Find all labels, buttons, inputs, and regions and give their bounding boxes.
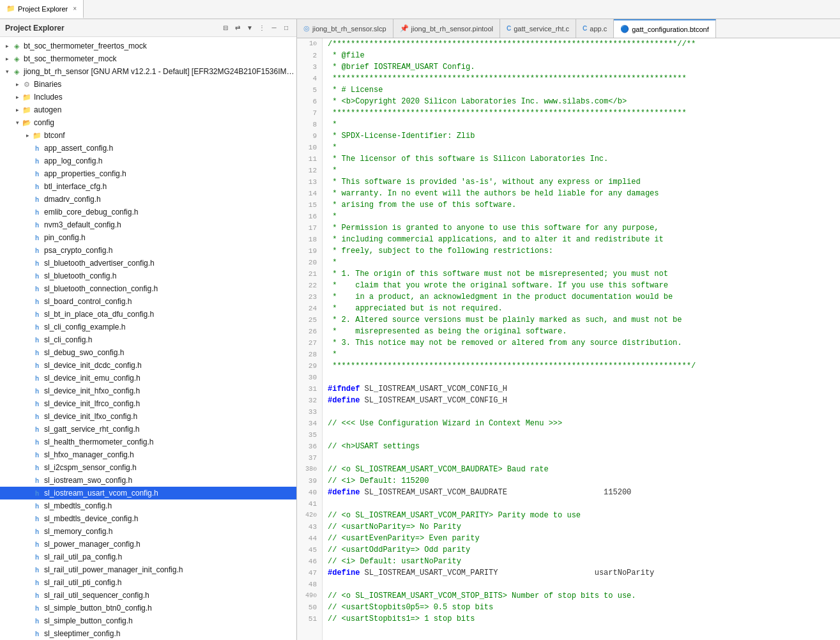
- line-number: 39: [302, 475, 317, 487]
- filter-btn[interactable]: ▼: [245, 23, 255, 33]
- tree-item-sl_memory_config_h[interactable]: hsl_memory_config.h: [0, 525, 296, 538]
- tree-item-pin_config_h[interactable]: hpin_config.h: [0, 231, 296, 244]
- tree-item-jiong_bt_rh_sensor[interactable]: ◈jiong_bt_rh_sensor [GNU ARM v12.2.1 - D…: [0, 65, 296, 78]
- tree-item-sl_iostream_swo_config_h[interactable]: hsl_iostream_swo_config.h: [0, 474, 296, 487]
- tree-item-sl_device_init_hfxo_config_h[interactable]: hsl_device_init_hfxo_config.h: [0, 385, 296, 397]
- tree-arrow[interactable]: [13, 80, 22, 89]
- h-file-icon: h: [32, 259, 42, 268]
- tree-item-sl_device_init_dcdc_config_h[interactable]: hsl_device_init_dcdc_config.h: [0, 359, 296, 372]
- tree-item-label: config: [34, 118, 54, 127]
- tree-arrow[interactable]: [3, 42, 11, 50]
- tree-item-emlib_core_debug_config_h[interactable]: hemlib_core_debug_config.h: [0, 206, 296, 218]
- tree-item-sl_rail_util_pti_config_h[interactable]: hsl_rail_util_pti_config.h: [0, 576, 296, 589]
- line-number: 42⊙: [302, 510, 317, 521]
- tree-item-sl_bluetooth_advertiser_config_h[interactable]: hsl_bluetooth_advertiser_config.h: [0, 257, 296, 270]
- tree-item-sl_device_init_lfxo_config_h[interactable]: hsl_device_init_lfxo_config.h: [0, 410, 296, 423]
- panel-title: Project Explorer: [5, 24, 217, 33]
- tree-item-bt_soc_thermometer_freertos_mock[interactable]: ◈bt_soc_thermometer_freertos_mock: [0, 40, 296, 52]
- tree-item-config[interactable]: 📂config: [0, 116, 296, 129]
- tree-item-sl_mbedtls_device_config_h[interactable]: hsl_mbedtls_device_config.h: [0, 512, 296, 525]
- tree-item-bt_soc_thermometer_mock[interactable]: ◈bt_soc_thermometer_mock: [0, 52, 296, 65]
- tree-item-sl_bluetooth_connection_config_h[interactable]: hsl_bluetooth_connection_config.h: [0, 282, 296, 295]
- line-number: 24: [302, 303, 317, 314]
- tree-arrow[interactable]: [3, 54, 11, 63]
- h-file-icon: h: [32, 450, 42, 459]
- line-number: 16: [302, 211, 317, 222]
- code-line: [328, 429, 835, 441]
- tree-item-sl_bluetooth_config_h[interactable]: hsl_bluetooth_config.h: [0, 270, 296, 282]
- tree-item-sl_debug_swo_config_h[interactable]: hsl_debug_swo_config.h: [0, 346, 296, 359]
- tree-item-sl_gatt_service_rht_config_h[interactable]: hsl_gatt_service_rht_config.h: [0, 423, 296, 436]
- tree-item-app_assert_config_h[interactable]: happ_assert_config.h: [0, 142, 296, 155]
- tree-arrow[interactable]: [3, 67, 11, 76]
- tree-arrow[interactable]: [13, 118, 22, 127]
- tree-item-app_properties_config_h[interactable]: happ_properties_config.h: [0, 167, 296, 180]
- tree-item-sl_mbedtls_config_h[interactable]: hsl_mbedtls_config.h: [0, 499, 296, 512]
- h-file-icon: h: [32, 335, 42, 344]
- code-line: * warranty. In no event will the authors…: [328, 188, 835, 199]
- tree-item-sl_i2cspm_sensor_config_h[interactable]: hsl_i2cspm_sensor_config.h: [0, 461, 296, 474]
- code-line: // <usartOddParity=> Odd parity: [328, 544, 835, 556]
- tree-item-dmadrv_config_h[interactable]: hdmadrv_config.h: [0, 193, 296, 206]
- tree-item-sl_device_init_emu_config_h[interactable]: hsl_device_init_emu_config.h: [0, 372, 296, 385]
- editor-tab-gatt_configuration_btconf[interactable]: 🔵gatt_configuration.btconf: [614, 19, 715, 38]
- tree-item-sl_sleeptimer_config_h[interactable]: hsl_sleeptimer_config.h: [0, 627, 296, 640]
- code-line: #ifndef SL_IOSTREAM_USART_VCOM_CONFIG_H: [328, 383, 835, 395]
- tree-item-sl_board_control_config_h[interactable]: hsl_board_control_config.h: [0, 295, 296, 308]
- h-file-icon: h: [32, 514, 42, 523]
- tree-item-includes[interactable]: 📁Includes: [0, 91, 296, 103]
- tree-item-sl_simple_button_btn0_config_h[interactable]: hsl_simple_button_btn0_config.h: [0, 602, 296, 614]
- editor-tab-jiong_bt_rh_sensor_slcp[interactable]: ◎jiong_bt_rh_sensor.slcp: [297, 19, 393, 38]
- tree-item-sl_device_init_lfrco_config_h[interactable]: hsl_device_init_lfrco_config.h: [0, 397, 296, 410]
- minimize-btn[interactable]: ─: [269, 23, 279, 33]
- line-number: 2: [302, 50, 317, 61]
- tree-item-sl_simple_button_config_h[interactable]: hsl_simple_button_config.h: [0, 614, 296, 627]
- tree-item-sl_rail_util_pa_config_h[interactable]: hsl_rail_util_pa_config.h: [0, 551, 296, 563]
- tree-item-binaries[interactable]: ⚙Binaries: [0, 78, 296, 91]
- tree-item-sl_bt_in_place_ota_dfu_config_h[interactable]: hsl_bt_in_place_ota_dfu_config.h: [0, 308, 296, 321]
- h-file-icon: h: [32, 386, 42, 395]
- tree-item-sl_power_manager_config_h[interactable]: hsl_power_manager_config.h: [0, 538, 296, 551]
- tree-item-autogen[interactable]: 📁autogen: [0, 103, 296, 116]
- link-editor-btn[interactable]: ⇄: [233, 23, 243, 33]
- tree-item-sl_cli_config_example_h[interactable]: hsl_cli_config_example.h: [0, 321, 296, 333]
- tree-arrow[interactable]: [13, 105, 22, 114]
- editor-tab-label: jiong_bt_rh_sensor.slcp: [312, 25, 386, 33]
- editor-tab-jiong_bt_rh_sensor_pintool[interactable]: 📌jiong_bt_rh_sensor.pintool: [393, 19, 500, 38]
- tree-item-sl_iostream_usart_vcom_config_h[interactable]: hsl_iostream_usart_vcom_config.h: [0, 487, 296, 499]
- editor-tab-gatt_service_rht_c[interactable]: Cgatt_service_rht.c: [500, 19, 576, 38]
- code-line: * # License: [328, 84, 835, 96]
- code-line: *: [328, 349, 835, 360]
- tree-item-btconf[interactable]: 📁btconf: [0, 129, 296, 142]
- h-file-icon: h: [32, 463, 42, 472]
- tree-item-sl_rail_util_sequencer_config_h[interactable]: hsl_rail_util_sequencer_config.h: [0, 589, 296, 602]
- code-editor[interactable]: 1⊙23456789101112131415161718192021222324…: [297, 38, 840, 640]
- project-explorer-close-btn[interactable]: ×: [73, 5, 77, 12]
- tree-item-btl_interface_cfg_h[interactable]: hbtl_interface_cfg.h: [0, 180, 296, 193]
- tree-item-sl_rail_util_power_manager_init_config_h[interactable]: hsl_rail_util_power_manager_init_config.…: [0, 563, 296, 576]
- tree-item-label: sl_health_thermometer_config.h: [44, 438, 153, 446]
- tree-item-sl_hfxo_manager_config_h[interactable]: hsl_hfxo_manager_config.h: [0, 448, 296, 461]
- left-panel: Project Explorer ⊟ ⇄ ▼ ⋮ ─ □ ◈bt_soc_the…: [0, 19, 297, 640]
- tree-item-label: jiong_bt_rh_sensor [GNU ARM v12.2.1 - De…: [24, 67, 294, 76]
- collapse-all-btn[interactable]: ⊟: [220, 23, 231, 33]
- project-explorer-tab[interactable]: 📁 Project Explorer ×: [0, 0, 84, 19]
- maximize-btn[interactable]: □: [281, 23, 291, 33]
- folder-icon: 📁: [22, 105, 32, 114]
- tree-arrow[interactable]: [13, 93, 22, 102]
- editor-tab-app_c[interactable]: Capp.c: [576, 19, 614, 38]
- tree-item-sl_health_thermometer_config_h[interactable]: hsl_health_thermometer_config.h: [0, 436, 296, 448]
- tree-item-nvm3_default_config_h[interactable]: hnvm3_default_config.h: [0, 218, 296, 231]
- tree-arrow[interactable]: [23, 131, 32, 140]
- h-file-icon: h: [32, 374, 42, 383]
- h-file-icon: h: [32, 310, 42, 319]
- tree-item-app_log_config_h[interactable]: happ_log_config.h: [0, 155, 296, 167]
- tree-item-label: sl_power_manager_config.h: [44, 540, 141, 549]
- more-btn[interactable]: ⋮: [257, 23, 267, 33]
- h-file-icon: h: [32, 604, 42, 613]
- line-number: 1⊙: [302, 38, 317, 50]
- tree-item-psa_crypto_config_h[interactable]: hpsa_crypto_config.h: [0, 244, 296, 257]
- project-tree[interactable]: ◈bt_soc_thermometer_freertos_mock◈bt_soc…: [0, 37, 296, 640]
- tree-item-sl_cli_config_h[interactable]: hsl_cli_config.h: [0, 333, 296, 346]
- tree-item-label: sl_cli_config.h: [44, 335, 92, 344]
